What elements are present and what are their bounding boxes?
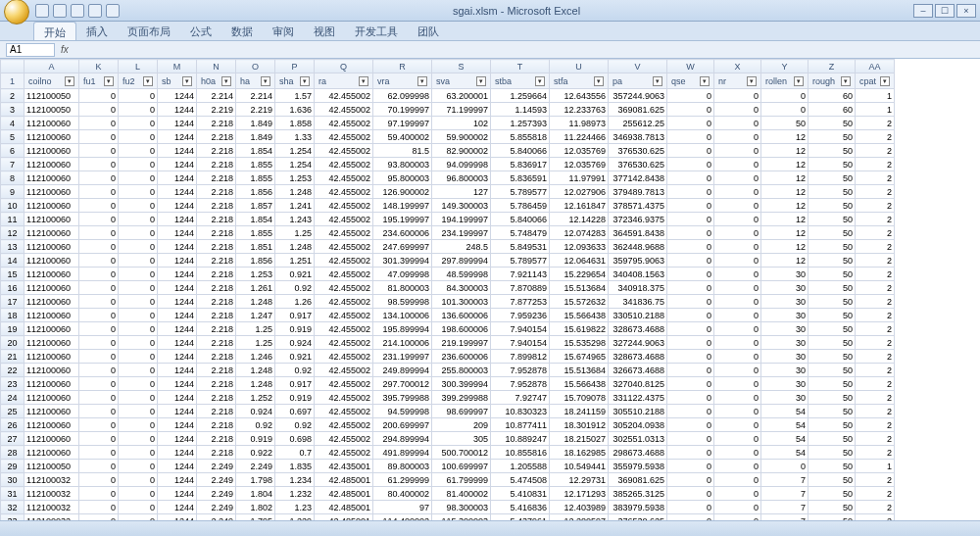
cell[interactable]: 5.786459	[491, 199, 550, 213]
cell[interactable]: 134.100006	[373, 309, 432, 322]
table-row[interactable]: 201121000600012442.2181.250.92442.455002…	[1, 336, 895, 350]
cell[interactable]: 42.485001	[315, 473, 373, 487]
cell[interactable]: 1.636	[275, 103, 315, 117]
cell[interactable]: 42.455002	[315, 117, 373, 130]
cell[interactable]: 0	[79, 501, 119, 514]
cell[interactable]: 0	[667, 199, 714, 213]
col-header-Y[interactable]: Y	[761, 60, 808, 73]
cell[interactable]: 0	[79, 117, 119, 130]
cell[interactable]: 0	[119, 460, 158, 473]
cell[interactable]: 0	[79, 158, 119, 171]
cell[interactable]: 395.799988	[373, 391, 432, 405]
cell[interactable]: 0	[119, 487, 158, 501]
filter-dropdown-icon[interactable]: ▾	[65, 76, 74, 86]
cell[interactable]: 50	[808, 117, 856, 130]
cell[interactable]: 50	[808, 460, 856, 473]
cell[interactable]: 0	[714, 268, 761, 281]
cell[interactable]: 0	[79, 213, 119, 226]
cell[interactable]: 369081.625	[609, 473, 667, 487]
cell[interactable]: 327244.9063	[609, 336, 667, 350]
cell[interactable]: 0	[667, 309, 714, 322]
cell[interactable]: 89.800003	[373, 460, 432, 473]
cell[interactable]: 18.162985	[550, 446, 609, 460]
row-header[interactable]: 11	[1, 213, 24, 226]
cell[interactable]: 112100032	[24, 487, 79, 501]
filter-dropdown-icon[interactable]: ▾	[359, 76, 368, 86]
filter-dropdown-icon[interactable]: ▾	[261, 76, 270, 86]
cell[interactable]: 0	[119, 432, 158, 446]
spreadsheet-grid[interactable]: AKLMNOPQRSTUVWXYZAA1coilno▾fu1▾fu2▾sb▾h0…	[0, 59, 980, 520]
filter-nr[interactable]: nr▾	[714, 73, 761, 89]
cell[interactable]: 112100060	[24, 185, 79, 199]
cell[interactable]: 112100050	[24, 460, 79, 473]
filter-fu2[interactable]: fu2▾	[119, 73, 158, 89]
cell[interactable]: 50	[808, 350, 856, 364]
cell[interactable]: 0.92	[275, 364, 315, 377]
cell[interactable]: 1244	[158, 295, 197, 309]
filter-dropdown-icon[interactable]: ▾	[535, 76, 545, 86]
cell[interactable]: 81.800003	[373, 281, 432, 295]
row-header[interactable]: 13	[1, 240, 24, 254]
cell[interactable]: 30	[761, 350, 808, 364]
cell[interactable]: 1244	[158, 350, 197, 364]
cell[interactable]: 0	[667, 432, 714, 446]
cell[interactable]: 0	[714, 350, 761, 364]
table-row[interactable]: 171121000600012442.2181.2481.2642.455002…	[1, 295, 895, 309]
cell[interactable]: 0	[667, 268, 714, 281]
cell[interactable]: 0	[667, 130, 714, 144]
cell[interactable]: 0	[119, 391, 158, 405]
cell[interactable]: 1.205588	[491, 460, 550, 473]
cell[interactable]: 1.835	[275, 460, 315, 473]
cell[interactable]: 0	[714, 364, 761, 377]
filter-ha[interactable]: ha▾	[236, 73, 275, 89]
cell[interactable]: 1.259664	[491, 89, 550, 103]
cell[interactable]: 50	[808, 158, 856, 171]
cell[interactable]: 1.855	[236, 158, 275, 171]
cell[interactable]: 0.919	[275, 322, 315, 336]
cell[interactable]: 71.199997	[432, 103, 491, 117]
table-row[interactable]: 121121000600012442.2181.8551.2542.455002…	[1, 226, 895, 240]
cell[interactable]: 1.253	[275, 171, 315, 185]
cell[interactable]: 12	[761, 213, 808, 226]
row-header[interactable]: 18	[1, 309, 24, 322]
filter-dropdown-icon[interactable]: ▾	[143, 76, 153, 86]
cell[interactable]: 2.218	[197, 171, 236, 185]
table-row[interactable]: 271121000600012442.2180.9190.69842.45500…	[1, 432, 895, 446]
cell[interactable]: 0	[667, 446, 714, 460]
cell[interactable]: 1244	[158, 240, 197, 254]
cell[interactable]: 112100060	[24, 391, 79, 405]
col-header-N[interactable]: N	[197, 60, 236, 73]
row-header[interactable]: 10	[1, 199, 24, 213]
cell[interactable]: 1244	[158, 432, 197, 446]
filter-ra[interactable]: ra▾	[315, 73, 373, 89]
cell[interactable]: 1244	[158, 309, 197, 322]
cell[interactable]: 1244	[158, 364, 197, 377]
cell[interactable]: 15.674965	[550, 350, 609, 364]
cell[interactable]: 12.233763	[550, 103, 609, 117]
cell[interactable]: 0	[667, 487, 714, 501]
cell[interactable]: 2.218	[197, 144, 236, 158]
table-row[interactable]: 151121000600012442.2181.2530.92142.45500…	[1, 268, 895, 281]
table-row[interactable]: 51121000600012442.2181.8491.3342.4550025…	[1, 130, 895, 144]
cell[interactable]: 0	[119, 350, 158, 364]
cell[interactable]: 0	[119, 418, 158, 432]
cell[interactable]: 2	[856, 117, 895, 130]
cell[interactable]: 378571.4375	[609, 199, 667, 213]
cell[interactable]: 0	[761, 89, 808, 103]
cell[interactable]: 0	[79, 268, 119, 281]
row-header[interactable]: 20	[1, 336, 24, 350]
cell[interactable]: 0	[761, 460, 808, 473]
cell[interactable]: 1.232	[275, 487, 315, 501]
row-header[interactable]: 22	[1, 364, 24, 377]
maximize-button[interactable]: ☐	[935, 4, 955, 18]
cell[interactable]: 2.218	[197, 322, 236, 336]
cell[interactable]: 12.403989	[550, 501, 609, 514]
cell[interactable]: 2.218	[197, 432, 236, 446]
cell[interactable]: 50	[808, 501, 856, 514]
cell[interactable]: 112100060	[24, 268, 79, 281]
cell[interactable]: 0.924	[275, 336, 315, 350]
cell[interactable]: 0	[714, 144, 761, 158]
cell[interactable]: 30	[761, 391, 808, 405]
cell[interactable]: 0	[119, 213, 158, 226]
cell[interactable]: 12	[761, 240, 808, 254]
